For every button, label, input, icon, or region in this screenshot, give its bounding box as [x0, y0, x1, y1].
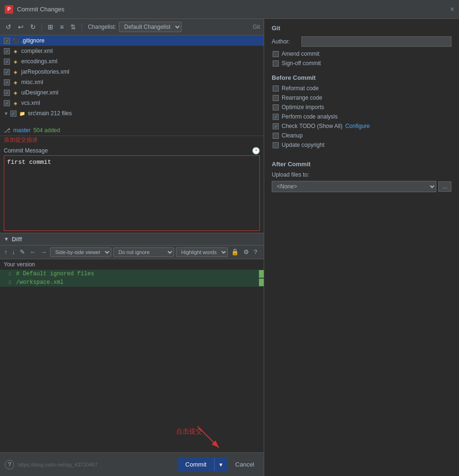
file-item-vcs[interactable]: ◈ vcs.xml — [0, 98, 264, 108]
git-section-label: Git — [272, 25, 451, 32]
undo-button[interactable]: ↩ — [16, 23, 25, 31]
svg-line-1 — [198, 426, 219, 448]
file-checkbox-jarrepos[interactable] — [4, 69, 10, 75]
changelist-select[interactable]: Default Changelist — [119, 22, 182, 32]
update-copyright-checkbox[interactable] — [273, 142, 279, 148]
file-name-encodings: encodings.xml — [21, 58, 260, 65]
diff-line-num-1: 1 — [0, 270, 14, 278]
bottom-right: Commit ▼ Cancel — [177, 458, 259, 471]
diff-collapse-toggle[interactable]: ▼ — [4, 236, 9, 242]
next-change-button[interactable]: ↓ — [11, 247, 17, 256]
group-button[interactable]: ⊞ — [46, 23, 55, 31]
commit-message-header: Commit Message 🕐 — [4, 147, 260, 154]
main-container: ↺ ↩ ↻ ⊞ ≡ ⇅ Changelist: Default Changeli… — [0, 19, 459, 476]
amend-commit-label: Amend commit — [282, 51, 319, 57]
forward-button[interactable]: → — [39, 247, 48, 256]
add-description-annotation: 添加提交描述 — [0, 136, 264, 145]
check-todo-checkbox[interactable] — [273, 123, 279, 129]
xml-icon-vcs: ◈ — [12, 99, 19, 107]
help-diff-button[interactable]: ? — [252, 247, 259, 256]
reformat-code-row: Reformat code — [272, 85, 451, 92]
prev-change-button[interactable]: ↑ — [3, 247, 9, 256]
before-commit-section-title: Before Commit — [272, 74, 451, 81]
file-checkbox-compiler[interactable] — [4, 48, 10, 54]
cancel-button[interactable]: Cancel — [231, 458, 259, 471]
branch-name: master — [13, 127, 31, 134]
ignore-select[interactable]: Do not ignore Ignore whitespaces — [113, 247, 174, 257]
file-list: ⬛ .gitignore ◈ compiler.xml ◈ encodings.… — [0, 35, 264, 125]
signoff-commit-label: Sign-off commit — [282, 60, 321, 67]
expand-button[interactable]: ⇅ — [68, 23, 78, 31]
cleanup-checkbox[interactable] — [273, 133, 279, 139]
perform-code-analysis-checkbox[interactable] — [273, 114, 279, 120]
folder-icon-srcmain: 📁 — [18, 110, 26, 117]
close-button[interactable]: × — [450, 5, 454, 14]
git-label: Git — [253, 24, 260, 30]
add-description-text: 添加提交描述 — [4, 136, 38, 143]
commit-message-input[interactable]: first commit — [4, 155, 260, 231]
right-panel: Git Author: Amend commit Sign-off commit… — [264, 19, 459, 476]
gitignore-icon: ⬛ — [12, 37, 19, 44]
app-icon: P — [5, 5, 13, 14]
viewer-select[interactable]: Side-by-side viewer Unified viewer — [50, 247, 111, 257]
edit-button[interactable]: ✎ — [18, 247, 26, 256]
changelist-label: Changelist: — [88, 24, 116, 30]
back-button[interactable]: ← — [28, 247, 37, 256]
redo-button[interactable]: ↻ — [28, 23, 38, 31]
file-item-misc[interactable]: ◈ misc.xml — [0, 77, 264, 87]
diff-content: Your version 1 # Default ignored files 2… — [0, 259, 264, 363]
diff-bottom-area: 点击提交 — [0, 363, 264, 453]
commit-button[interactable]: Commit — [178, 458, 214, 471]
upload-select[interactable]: <None> — [272, 181, 436, 192]
diff-line-content-1: # Default ignored files — [14, 270, 259, 278]
window-title: Commit Changes — [17, 6, 64, 13]
file-item-jarrepos[interactable]: ◈ jarRepositories.xml — [0, 67, 264, 77]
diff-header: ▼ Diff — [0, 233, 264, 246]
file-checkbox-encodings[interactable] — [4, 59, 10, 65]
help-button[interactable]: ? — [5, 460, 14, 469]
refresh-button[interactable]: ↺ — [4, 23, 13, 31]
file-item-srcmain[interactable]: ▼ 📁 src\main 212 files — [0, 108, 264, 119]
lock-button[interactable]: 🔒 — [230, 247, 240, 256]
bottom-bar: ? https://blog.csdn.net/qq_43720467 Comm… — [0, 452, 264, 476]
bottom-left: ? https://blog.csdn.net/qq_43720467 — [5, 460, 98, 469]
optimize-imports-row: Optimize imports — [272, 104, 451, 110]
file-checkbox-misc[interactable] — [4, 79, 10, 85]
settings-button[interactable]: ⚙ — [242, 247, 250, 256]
file-name-compiler: compiler.xml — [21, 48, 260, 54]
after-commit-label: After Commit — [272, 161, 451, 168]
author-input[interactable] — [301, 36, 451, 47]
commit-button-group: Commit ▼ — [177, 458, 228, 471]
diff-toolbar: ↑ ↓ ✎ ← → Side-by-side viewer Unified vi… — [0, 246, 264, 259]
configure-link[interactable]: Configure — [345, 123, 370, 129]
optimize-imports-checkbox[interactable] — [273, 104, 279, 110]
commit-history-icon[interactable]: 🕐 — [252, 147, 260, 154]
amend-commit-checkbox[interactable] — [273, 51, 279, 57]
file-name-uidesigner: uiDesigner.xml — [21, 89, 260, 96]
annotation-arrow — [184, 422, 226, 455]
file-checkbox-vcs[interactable] — [4, 100, 10, 106]
file-checkbox-srcmain[interactable] — [10, 110, 17, 117]
file-item-compiler[interactable]: ◈ compiler.xml — [0, 46, 264, 56]
file-item-uidesigner[interactable]: ◈ uiDesigner.xml — [0, 87, 264, 98]
collapse-button[interactable]: ≡ — [58, 23, 66, 31]
upload-settings-button[interactable]: ... — [438, 181, 451, 192]
diff-label: Diff — [12, 236, 22, 243]
toolbar: ↺ ↩ ↻ ⊞ ≡ ⇅ Changelist: Default Changeli… — [0, 19, 264, 35]
commit-message-section: Commit Message 🕐 first commit — [0, 145, 264, 233]
rearrange-code-checkbox[interactable] — [273, 95, 279, 101]
file-name-srcmain: src\main 212 files — [28, 110, 260, 117]
reformat-code-checkbox[interactable] — [273, 85, 279, 92]
xml-icon-encodings: ◈ — [12, 58, 19, 65]
file-checkbox-uidesigner[interactable] — [4, 90, 10, 96]
file-item-gitignore[interactable]: ⬛ .gitignore — [0, 35, 264, 46]
signoff-commit-checkbox[interactable] — [273, 60, 279, 67]
update-copyright-label: Update copyright — [282, 142, 325, 148]
xml-icon-compiler: ◈ — [12, 47, 19, 55]
file-item-encodings[interactable]: ◈ encodings.xml — [0, 56, 264, 67]
highlight-select[interactable]: Highlight words Highlight lines — [176, 247, 228, 257]
title-bar-left: P Commit Changes — [5, 5, 64, 14]
file-checkbox-gitignore[interactable] — [4, 38, 10, 44]
commit-message-label: Commit Message — [4, 147, 48, 154]
commit-dropdown-button[interactable]: ▼ — [214, 458, 227, 471]
